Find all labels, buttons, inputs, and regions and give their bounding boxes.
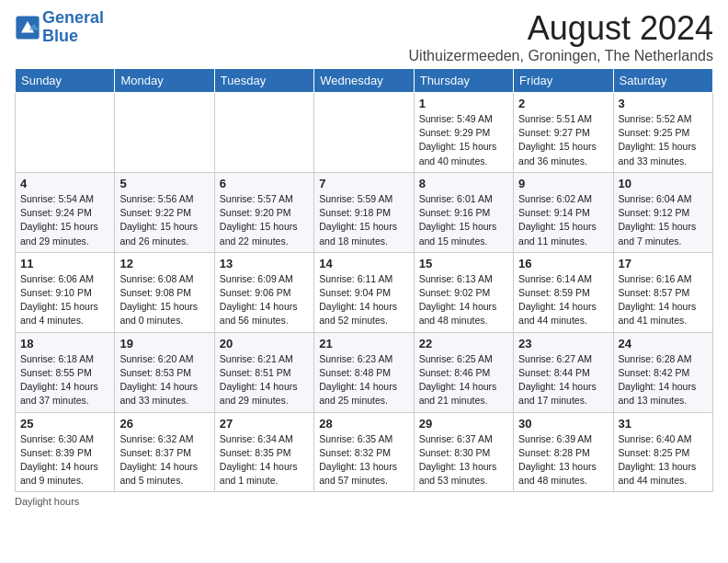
calendar-cell: 2Sunrise: 5:51 AMSunset: 9:27 PMDaylight… <box>514 93 613 173</box>
daylight-hours-label: Daylight hours <box>15 496 79 507</box>
day-info: Sunrise: 6:28 AMSunset: 8:42 PMDaylight:… <box>619 352 708 408</box>
header: General Blue August 2024 Uithuizermeeden… <box>15 9 713 64</box>
day-info: Sunrise: 6:08 AMSunset: 9:08 PMDaylight:… <box>119 272 209 328</box>
day-info: Sunrise: 5:59 AMSunset: 9:18 PMDaylight:… <box>319 192 408 248</box>
day-number: 8 <box>419 177 508 190</box>
day-info: Sunrise: 6:32 AMSunset: 8:37 PMDaylight:… <box>119 432 209 488</box>
calendar-cell: 14Sunrise: 6:11 AMSunset: 9:04 PMDayligh… <box>314 252 414 332</box>
day-info: Sunrise: 6:09 AMSunset: 9:06 PMDaylight:… <box>220 272 309 328</box>
week-row-4: 18Sunrise: 6:18 AMSunset: 8:55 PMDayligh… <box>16 332 713 412</box>
day-number: 19 <box>119 337 209 350</box>
col-header-wednesday: Wednesday <box>314 69 414 93</box>
calendar-cell <box>16 93 115 173</box>
day-number: 27 <box>220 417 309 431</box>
day-info: Sunrise: 6:18 AMSunset: 8:55 PMDaylight:… <box>20 352 109 408</box>
logo-blue: Blue <box>42 27 78 45</box>
day-info: Sunrise: 6:11 AMSunset: 9:04 PMDaylight:… <box>319 272 408 328</box>
calendar-cell: 24Sunrise: 6:28 AMSunset: 8:42 PMDayligh… <box>613 332 712 412</box>
day-info: Sunrise: 6:27 AMSunset: 8:44 PMDaylight:… <box>518 352 608 408</box>
day-info: Sunrise: 6:06 AMSunset: 9:10 PMDaylight:… <box>20 272 109 328</box>
calendar-cell: 27Sunrise: 6:34 AMSunset: 8:35 PMDayligh… <box>214 412 313 492</box>
day-number: 23 <box>518 337 608 350</box>
calendar-cell: 3Sunrise: 5:52 AMSunset: 9:25 PMDaylight… <box>613 93 712 173</box>
day-number: 11 <box>20 257 109 270</box>
day-number: 25 <box>20 417 109 431</box>
calendar-cell: 26Sunrise: 6:32 AMSunset: 8:37 PMDayligh… <box>115 412 214 492</box>
week-row-5: 25Sunrise: 6:30 AMSunset: 8:39 PMDayligh… <box>16 412 713 492</box>
day-number: 4 <box>20 177 109 190</box>
day-info: Sunrise: 6:04 AMSunset: 9:12 PMDaylight:… <box>619 192 708 248</box>
day-info: Sunrise: 5:52 AMSunset: 9:25 PMDaylight:… <box>619 112 708 168</box>
day-info: Sunrise: 6:20 AMSunset: 8:53 PMDaylight:… <box>119 352 209 408</box>
day-info: Sunrise: 6:30 AMSunset: 8:39 PMDaylight:… <box>20 432 109 488</box>
logo: General Blue <box>15 9 104 46</box>
day-number: 3 <box>619 97 708 110</box>
day-number: 10 <box>619 177 708 190</box>
day-info: Sunrise: 6:02 AMSunset: 9:14 PMDaylight:… <box>518 192 608 248</box>
calendar-cell: 9Sunrise: 6:02 AMSunset: 9:14 PMDaylight… <box>514 172 613 252</box>
week-row-3: 11Sunrise: 6:06 AMSunset: 9:10 PMDayligh… <box>16 252 713 332</box>
calendar-table: SundayMondayTuesdayWednesdayThursdayFrid… <box>15 68 713 492</box>
calendar-cell: 8Sunrise: 6:01 AMSunset: 9:16 PMDaylight… <box>414 172 513 252</box>
day-number: 28 <box>319 417 408 431</box>
col-header-saturday: Saturday <box>613 69 712 93</box>
title-block: August 2024 Uithuizermeeden, Groningen, … <box>409 9 713 64</box>
calendar-cell: 1Sunrise: 5:49 AMSunset: 9:29 PMDaylight… <box>414 93 513 173</box>
day-info: Sunrise: 5:49 AMSunset: 9:29 PMDaylight:… <box>419 112 508 168</box>
calendar-cell: 15Sunrise: 6:13 AMSunset: 9:02 PMDayligh… <box>414 252 513 332</box>
col-header-thursday: Thursday <box>414 69 513 93</box>
logo-icon <box>15 15 40 40</box>
day-info: Sunrise: 6:40 AMSunset: 8:25 PMDaylight:… <box>619 432 708 488</box>
col-header-sunday: Sunday <box>16 69 115 93</box>
col-header-tuesday: Tuesday <box>214 69 313 93</box>
calendar-cell: 30Sunrise: 6:39 AMSunset: 8:28 PMDayligh… <box>514 412 613 492</box>
day-info: Sunrise: 6:13 AMSunset: 9:02 PMDaylight:… <box>419 272 508 328</box>
day-number: 1 <box>419 97 508 110</box>
day-number: 17 <box>619 257 708 270</box>
day-number: 5 <box>119 177 209 190</box>
day-number: 22 <box>419 337 508 350</box>
day-info: Sunrise: 6:16 AMSunset: 8:57 PMDaylight:… <box>619 272 708 328</box>
day-info: Sunrise: 6:21 AMSunset: 8:51 PMDaylight:… <box>220 352 309 408</box>
day-number: 24 <box>619 337 708 350</box>
day-number: 29 <box>419 417 508 431</box>
day-info: Sunrise: 5:51 AMSunset: 9:27 PMDaylight:… <box>518 112 608 168</box>
week-row-2: 4Sunrise: 5:54 AMSunset: 9:24 PMDaylight… <box>16 172 713 252</box>
calendar-cell: 21Sunrise: 6:23 AMSunset: 8:48 PMDayligh… <box>314 332 414 412</box>
col-header-monday: Monday <box>115 69 214 93</box>
day-info: Sunrise: 5:54 AMSunset: 9:24 PMDaylight:… <box>20 192 109 248</box>
calendar-cell: 17Sunrise: 6:16 AMSunset: 8:57 PMDayligh… <box>613 252 712 332</box>
day-number: 13 <box>220 257 309 270</box>
day-number: 31 <box>619 417 708 431</box>
day-number: 6 <box>220 177 309 190</box>
day-info: Sunrise: 6:37 AMSunset: 8:30 PMDaylight:… <box>419 432 508 488</box>
calendar-header-row: SundayMondayTuesdayWednesdayThursdayFrid… <box>16 69 713 93</box>
day-info: Sunrise: 5:56 AMSunset: 9:22 PMDaylight:… <box>119 192 209 248</box>
calendar-cell: 5Sunrise: 5:56 AMSunset: 9:22 PMDaylight… <box>115 172 214 252</box>
day-info: Sunrise: 6:35 AMSunset: 8:32 PMDaylight:… <box>319 432 408 488</box>
day-number: 15 <box>419 257 508 270</box>
col-header-friday: Friday <box>514 69 613 93</box>
day-number: 9 <box>518 177 608 190</box>
week-row-1: 1Sunrise: 5:49 AMSunset: 9:29 PMDaylight… <box>16 93 713 173</box>
day-info: Sunrise: 6:14 AMSunset: 8:59 PMDaylight:… <box>518 272 608 328</box>
day-number: 12 <box>119 257 209 270</box>
day-number: 16 <box>518 257 608 270</box>
day-info: Sunrise: 5:57 AMSunset: 9:20 PMDaylight:… <box>220 192 309 248</box>
day-info: Sunrise: 6:25 AMSunset: 8:46 PMDaylight:… <box>419 352 508 408</box>
calendar-cell: 20Sunrise: 6:21 AMSunset: 8:51 PMDayligh… <box>214 332 313 412</box>
calendar-cell <box>314 93 414 173</box>
calendar-cell: 22Sunrise: 6:25 AMSunset: 8:46 PMDayligh… <box>414 332 513 412</box>
calendar-cell: 28Sunrise: 6:35 AMSunset: 8:32 PMDayligh… <box>314 412 414 492</box>
day-info: Sunrise: 6:23 AMSunset: 8:48 PMDaylight:… <box>319 352 408 408</box>
calendar-cell <box>214 93 313 173</box>
calendar-cell: 25Sunrise: 6:30 AMSunset: 8:39 PMDayligh… <box>16 412 115 492</box>
main-title: August 2024 <box>409 9 713 48</box>
calendar-cell: 12Sunrise: 6:08 AMSunset: 9:08 PMDayligh… <box>115 252 214 332</box>
footer-note: Daylight hours <box>15 496 713 507</box>
logo-general: General <box>42 8 104 27</box>
day-number: 30 <box>518 417 608 431</box>
day-number: 2 <box>518 97 608 110</box>
day-number: 20 <box>220 337 309 350</box>
logo-text: General Blue <box>42 9 104 46</box>
